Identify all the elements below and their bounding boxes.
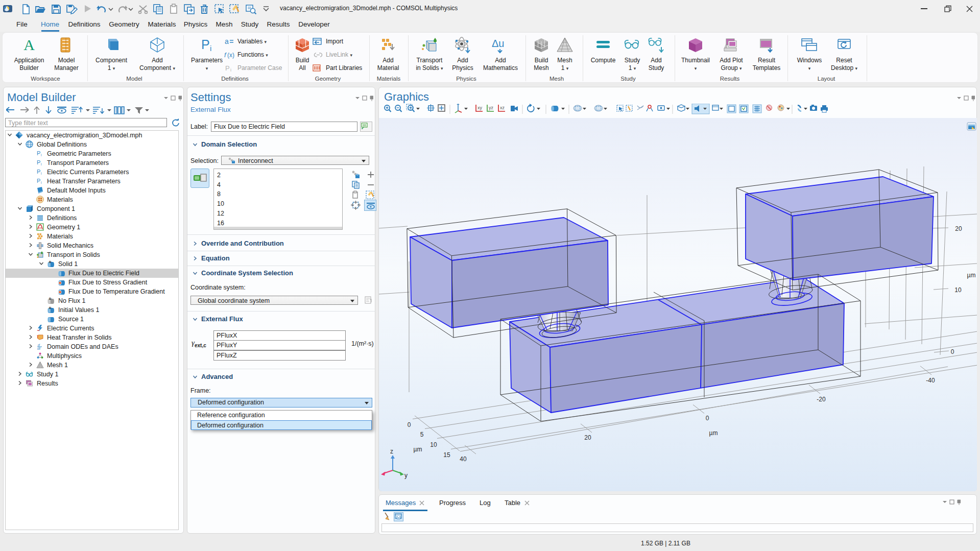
svg-text:-20: -20	[817, 396, 826, 403]
svg-text:P: P	[37, 169, 40, 175]
svg-text:µm: µm	[414, 446, 422, 453]
svg-text:i: i	[210, 44, 211, 53]
svg-text:40: 40	[460, 456, 467, 463]
svg-text:0: 0	[706, 415, 709, 422]
svg-text:i: i	[41, 153, 42, 157]
svg-text:a: a	[225, 37, 229, 45]
svg-text:i: i	[230, 67, 231, 72]
svg-text:P: P	[201, 37, 210, 52]
svg-text:D: D	[49, 297, 52, 300]
svg-text:10: 10	[430, 441, 437, 448]
svg-text:z: z	[390, 448, 393, 455]
svg-text:20: 20	[955, 225, 962, 232]
svg-text:0: 0	[951, 348, 954, 355]
svg-text:xy: xy	[477, 105, 483, 110]
svg-text:xz: xz	[500, 105, 505, 110]
svg-text:dt: dt	[37, 347, 41, 350]
svg-text:f: f	[224, 51, 227, 59]
svg-text:D: D	[49, 260, 52, 263]
svg-text:0: 0	[408, 421, 411, 428]
svg-text:15: 15	[443, 451, 450, 459]
svg-text:-40: -40	[926, 377, 935, 384]
svg-text:i: i	[41, 162, 42, 166]
svg-text:Δu: Δu	[492, 38, 504, 49]
svg-text:A: A	[23, 37, 35, 53]
svg-text:P: P	[37, 150, 40, 156]
svg-text:P: P	[225, 64, 230, 72]
svg-text:µm: µm	[709, 429, 718, 437]
svg-text:10: 10	[954, 286, 962, 294]
svg-text:µm: µm	[967, 272, 976, 279]
svg-text:5: 5	[420, 431, 424, 438]
svg-text:y: y	[404, 472, 408, 479]
svg-text:D: D	[49, 306, 52, 309]
svg-text:i: i	[41, 181, 42, 184]
svg-text:i: i	[41, 172, 42, 175]
svg-text:P: P	[37, 159, 40, 165]
svg-text:yz: yz	[489, 105, 494, 110]
svg-text:20: 20	[584, 434, 591, 441]
svg-text:P: P	[37, 178, 40, 184]
svg-text:d: d	[38, 343, 40, 347]
svg-text:(x): (x)	[227, 52, 234, 59]
